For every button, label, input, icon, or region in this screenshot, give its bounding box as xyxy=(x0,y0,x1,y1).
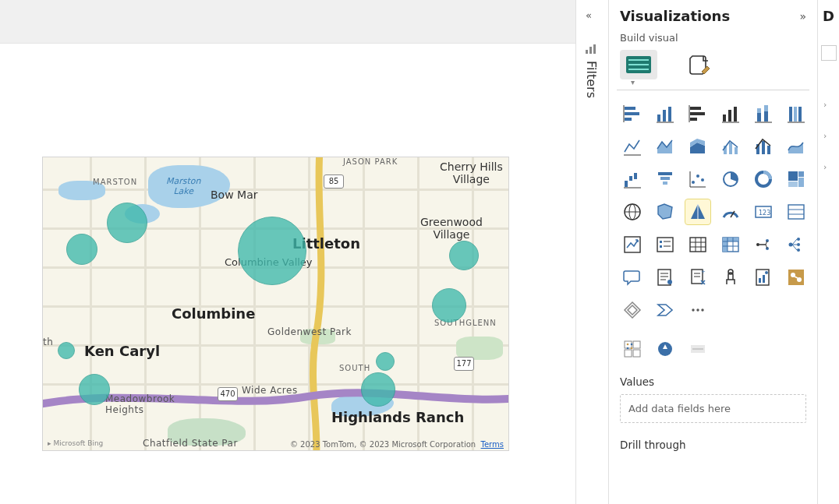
viz-r-visual-icon[interactable] xyxy=(751,232,776,257)
map-bubble[interactable] xyxy=(238,217,306,285)
viz-power-automate-icon[interactable] xyxy=(653,298,678,322)
chevron-icon[interactable]: › xyxy=(823,131,827,141)
viz-paginated-icon[interactable]: + xyxy=(685,265,710,290)
svg-rect-82 xyxy=(723,238,727,252)
viz-power-apps-icon[interactable] xyxy=(620,298,645,322)
viz-qa-icon[interactable] xyxy=(620,265,645,290)
viz-app-source-3-icon[interactable] xyxy=(685,337,710,361)
viz-kpi-icon[interactable] xyxy=(620,232,645,257)
svg-point-109 xyxy=(728,270,733,274)
svg-rect-58 xyxy=(798,178,804,187)
chevron-icon[interactable]: › xyxy=(823,100,827,110)
viz-stacked-area-icon[interactable] xyxy=(685,134,710,159)
viz-area-icon[interactable] xyxy=(653,134,678,159)
shield-177: 177 xyxy=(454,357,474,371)
viz-stacked-bar-icon[interactable] xyxy=(620,101,645,126)
viz-clustered-column-100-icon[interactable] xyxy=(784,101,809,126)
viz-line-column-icon[interactable] xyxy=(718,134,743,159)
viz-filled-map-icon[interactable] xyxy=(653,199,678,224)
label-south: SOUTH xyxy=(339,364,370,372)
format-visual-tab[interactable] xyxy=(681,50,718,79)
viz-decomposition-icon[interactable] xyxy=(784,232,809,257)
viz-map-icon[interactable] xyxy=(620,199,645,224)
viz-waterfall-icon[interactable] xyxy=(620,167,645,192)
viz-clustered-column-icon[interactable] xyxy=(653,101,678,126)
svg-point-123 xyxy=(631,344,633,346)
filters-title[interactable]: Filters xyxy=(584,61,599,98)
svg-rect-17 xyxy=(690,118,697,121)
svg-line-99 xyxy=(792,245,797,250)
svg-rect-38 xyxy=(735,147,738,154)
svg-rect-26 xyxy=(764,105,768,111)
viz-table-icon[interactable] xyxy=(685,232,710,257)
svg-rect-46 xyxy=(658,172,672,175)
svg-point-93 xyxy=(789,243,793,247)
viz-stacked-bar-100-icon[interactable] xyxy=(685,101,710,126)
map-bubble[interactable] xyxy=(79,374,110,405)
map-bubble[interactable] xyxy=(66,234,97,265)
svg-rect-28 xyxy=(789,107,792,122)
map-bubble[interactable] xyxy=(361,372,395,407)
data-pane-collapsed[interactable]: D › › › xyxy=(817,0,839,504)
viz-funnel-icon[interactable] xyxy=(653,167,678,192)
label-marston: MARSTON xyxy=(93,178,137,186)
label-greenwood: Greenwood Village xyxy=(420,216,483,241)
svg-point-119 xyxy=(696,308,699,311)
label-marston-lake: Marston Lake xyxy=(166,176,201,196)
map-attribution: © 2023 TomTom, © 2023 Microsoft Corporat… xyxy=(290,440,504,449)
chevron-icon[interactable]: › xyxy=(823,162,827,172)
viz-pie-icon[interactable] xyxy=(718,167,743,192)
build-visual-tab[interactable] xyxy=(620,50,657,79)
values-field-well[interactable]: Add data fields here xyxy=(620,394,806,423)
viz-matrix-icon[interactable] xyxy=(718,232,743,257)
viz-clustered-bar-icon[interactable] xyxy=(718,101,743,126)
viz-goals-icon[interactable] xyxy=(718,265,743,290)
map-bubble[interactable] xyxy=(432,288,466,322)
viz-app-source-1-icon[interactable] xyxy=(620,337,645,361)
viz-ribbon-icon[interactable] xyxy=(784,134,809,159)
filters-collapse-button[interactable]: « xyxy=(586,9,592,21)
svg-rect-126 xyxy=(633,341,640,348)
svg-rect-66 xyxy=(788,205,804,219)
viz-azure-map-icon[interactable] xyxy=(685,199,710,224)
viz-line-column-stacked-icon[interactable] xyxy=(751,134,776,159)
map-bubble[interactable] xyxy=(58,342,75,359)
viz-line-icon[interactable] xyxy=(620,134,645,159)
viz-multi-row-card-icon[interactable] xyxy=(784,199,809,224)
viz-smart-narrative-icon[interactable] xyxy=(653,265,678,290)
map-bubble[interactable] xyxy=(107,203,147,243)
visualizations-pane: Visualizations » Build visual ▾ 123+ Val… xyxy=(608,0,817,504)
map-visual[interactable]: 85 470 177 MARSTON Marston Lake Bow Mar … xyxy=(42,157,509,451)
label-jason-park: JASON PARK xyxy=(343,157,398,166)
report-canvas[interactable]: 85 470 177 MARSTON Marston Lake Bow Mar … xyxy=(0,44,575,504)
svg-point-113 xyxy=(765,271,768,274)
terms-link[interactable]: Terms xyxy=(481,440,504,449)
viz-card-icon[interactable]: 123 xyxy=(751,199,776,224)
visualization-extras xyxy=(609,322,817,361)
viz-slicer-icon[interactable] xyxy=(653,232,678,257)
svg-point-122 xyxy=(627,344,629,346)
viz-treemap-icon[interactable] xyxy=(784,167,809,192)
svg-rect-37 xyxy=(729,143,732,154)
viz-gauge-icon[interactable] xyxy=(718,199,743,224)
mini-chart-icon xyxy=(585,43,599,58)
svg-point-118 xyxy=(692,308,694,311)
svg-point-94 xyxy=(797,238,800,241)
drill-through-heading: Drill through xyxy=(620,439,806,451)
label-goldenwest: Goldenwest Park xyxy=(267,326,352,337)
map-bubble[interactable] xyxy=(376,352,395,371)
svg-rect-5 xyxy=(628,64,649,65)
viz-key-influencers-icon[interactable] xyxy=(784,265,809,290)
visualizations-expand-button[interactable]: » xyxy=(799,10,806,23)
viz-stacked-column-icon[interactable] xyxy=(751,101,776,126)
label-bow-mar: Bow Mar xyxy=(211,189,257,201)
viz-app-source-2-icon[interactable] xyxy=(653,337,678,361)
svg-rect-0 xyxy=(586,50,588,54)
label-th: th xyxy=(43,337,53,347)
viz-py-visual-icon[interactable] xyxy=(751,265,776,290)
viz-more-icon[interactable] xyxy=(685,298,710,322)
viz-scatter-icon[interactable] xyxy=(685,167,710,192)
label-chatfield: Chatfield State Par xyxy=(143,438,238,449)
viz-donut-icon[interactable] xyxy=(751,167,776,192)
map-bubble[interactable] xyxy=(449,241,479,270)
